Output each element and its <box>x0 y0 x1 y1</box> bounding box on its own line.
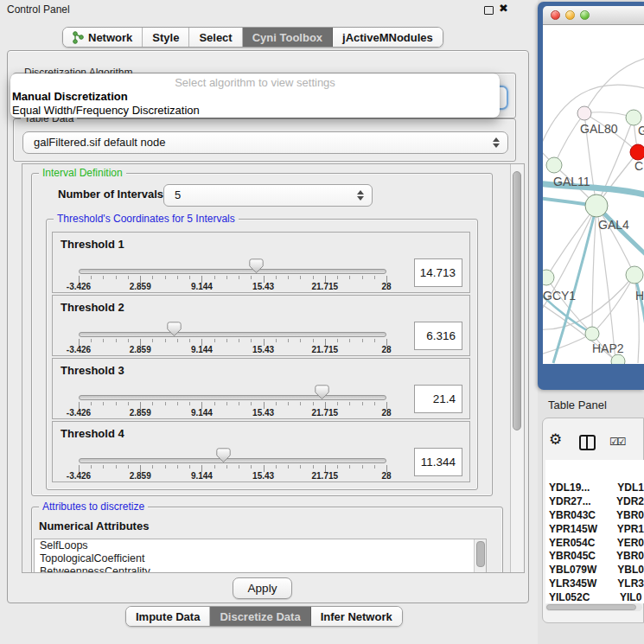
number-of-intervals-value: 5 <box>175 185 372 206</box>
number-of-intervals-label: Number of Intervals <box>58 188 163 201</box>
cyni-toolbox-panel: Discretization Algorithm Table Data galF… <box>7 50 529 603</box>
apply-button[interactable]: Apply <box>233 577 292 599</box>
vertical-scrollbar[interactable] <box>510 164 524 572</box>
slider-track[interactable] <box>79 458 386 463</box>
network-node-selected-red[interactable] <box>630 144 644 160</box>
cell-name: YER0 <box>612 537 644 549</box>
network-window-titlebar[interactable] <box>543 6 644 25</box>
node-label-partial: C <box>634 159 643 173</box>
network-node-gal80[interactable] <box>577 106 591 120</box>
minimize-traffic-light-icon[interactable] <box>565 10 575 20</box>
tab-label: Style <box>152 31 179 44</box>
table-row[interactable]: YER054CYER0 <box>545 536 644 550</box>
tab-discretize-data[interactable]: Discretize Data <box>210 607 310 626</box>
tab-select[interactable]: Select <box>189 28 242 47</box>
table-row[interactable]: YIL052CYIL0 <box>545 590 644 603</box>
tick-label: 21.715 <box>312 471 339 481</box>
application-window: Control Panel ✖ Network Style Select Cyn… <box>0 0 644 644</box>
network-node[interactable] <box>611 354 625 364</box>
cell-name: YIL0 <box>615 591 641 603</box>
tick-label: 21.715 <box>312 408 339 418</box>
table-row[interactable]: YBR045CYBR0 <box>545 549 644 563</box>
table-row[interactable]: YBR043CYBR0 <box>545 508 644 522</box>
dropdown-option-equal-width[interactable]: Equal Width/Frequency Discretization <box>10 104 500 118</box>
table-rows: YDL19...YDL1YDR27...YDR2YBR043CYBR0YPR14… <box>545 481 644 603</box>
tick-label: 9.144 <box>191 282 213 291</box>
attributes-list[interactable]: SelfLoopsTopologicalCoefficientBetweenne… <box>34 539 487 573</box>
network-node-gcy1[interactable] <box>543 270 554 285</box>
scrollbar-thumb[interactable] <box>513 171 521 430</box>
tab-style[interactable]: Style <box>143 28 189 47</box>
attributes-items: SelfLoopsTopologicalCoefficientBetweenne… <box>35 539 486 573</box>
threshold-value-field[interactable]: 11.344 <box>414 448 462 476</box>
scrollbar-thumb[interactable] <box>476 541 485 567</box>
group-title: Attributes to discretize <box>39 501 148 513</box>
zoom-traffic-light-icon[interactable] <box>580 10 590 20</box>
tick-label: 9.144 <box>191 345 213 354</box>
threshold-label: Threshold 4 <box>61 427 124 440</box>
network-node-hap2[interactable] <box>585 327 599 341</box>
threshold-value-field[interactable]: 6.316 <box>414 322 462 350</box>
slider-thumb[interactable] <box>167 322 182 337</box>
slider-thumb[interactable] <box>249 258 264 274</box>
checkbox-icons[interactable]: ☑☑ <box>609 436 625 448</box>
threshold-value-field[interactable]: 21.4 <box>414 385 462 413</box>
tick-label: 15.43 <box>252 282 274 291</box>
network-node-gal11[interactable] <box>546 157 562 173</box>
table-panel-title: Table Panel <box>548 399 607 411</box>
tick-label: 9.144 <box>191 471 213 481</box>
float-window-icon[interactable] <box>484 6 494 15</box>
algorithm-dropdown-popup: Select algorithm to view settings Manual… <box>10 73 500 118</box>
threshold-panel: Threshold 2 -3.4262.8599.14415.4321.7152… <box>52 295 470 356</box>
tab-impute-data[interactable]: Impute Data <box>126 607 210 626</box>
slider-thumb[interactable] <box>216 448 231 463</box>
horizontal-scrollbar[interactable] <box>545 603 642 611</box>
threshold-panel: Threshold 4 -3.4262.8599.14415.4321.7152… <box>52 421 470 482</box>
attribute-item[interactable]: SelfLoops <box>35 539 486 552</box>
cell-shared-name: YIL052C <box>545 591 615 603</box>
tab-cyni-toolbox[interactable]: Cyni Toolbox <box>243 28 333 47</box>
node-label-partial: GA <box>638 124 644 137</box>
number-of-intervals-spinner[interactable]: 5 <box>163 184 373 207</box>
gear-icon[interactable]: ⚙ <box>549 430 562 448</box>
table-row[interactable]: YBL079WYBL0 <box>545 563 644 577</box>
threshold-value-field[interactable]: 14.713 <box>414 258 462 287</box>
slider-track[interactable] <box>79 269 386 274</box>
attribute-item[interactable]: BetweennessCentrality <box>35 565 486 573</box>
cell-name: YLR3 <box>612 577 644 590</box>
cell-shared-name: YBR043C <box>545 509 611 521</box>
close-traffic-light-icon[interactable] <box>551 10 560 20</box>
dropdown-option-manual-discretization[interactable]: Manual Discretization <box>10 90 500 104</box>
table-row[interactable]: YLR345WYLR3 <box>545 577 644 590</box>
tick-labels: -3.4262.8599.14415.4321.71528 <box>53 408 469 418</box>
attribute-item[interactable]: TopologicalCoefficient <box>35 552 486 565</box>
slider-track[interactable] <box>79 332 386 337</box>
network-view-window[interactable]: GAL80 GA GAL11 C GAL4 GCY1 H HAP2 <box>538 2 644 390</box>
tick-labels: -3.4262.8599.14415.4321.71528 <box>53 282 469 292</box>
network-node-h[interactable] <box>626 266 643 284</box>
table-data-select[interactable]: galFiltered.sif default node <box>22 131 508 154</box>
network-canvas[interactable]: GAL80 GA GAL11 C GAL4 GCY1 H HAP2 <box>543 25 644 364</box>
tab-jactivemnodules[interactable]: jActiveMNodules <box>333 28 443 47</box>
cell-name: YBR0 <box>611 509 644 521</box>
tick-label: -3.426 <box>67 471 91 481</box>
close-icon[interactable]: ✖ <box>499 2 508 15</box>
table-row[interactable]: YDR27...YDR2 <box>545 494 644 508</box>
cell-name: YPR1 <box>612 523 644 535</box>
slider-track[interactable] <box>79 395 386 400</box>
spinner-arrows-icon[interactable] <box>493 137 500 148</box>
table-row[interactable]: YPR145WYPR1 <box>545 522 644 536</box>
scrollbar-thumb[interactable] <box>546 604 636 610</box>
tab-network[interactable]: Network <box>63 28 143 47</box>
panel-title: Control Panel <box>7 3 70 16</box>
list-scrollbar[interactable] <box>474 539 486 573</box>
network-node-gal4[interactable] <box>585 194 608 217</box>
slider-thumb[interactable] <box>315 385 329 400</box>
table-row[interactable]: YDL19...YDL1 <box>545 481 644 495</box>
cell-shared-name: YPR145W <box>545 523 612 535</box>
spinner-arrows-icon[interactable] <box>357 190 364 201</box>
node-label-hap2: HAP2 <box>592 341 624 355</box>
split-view-icon[interactable] <box>579 435 596 450</box>
tab-infer-network[interactable]: Infer Network <box>311 607 402 626</box>
tick-label: -3.426 <box>67 345 91 354</box>
